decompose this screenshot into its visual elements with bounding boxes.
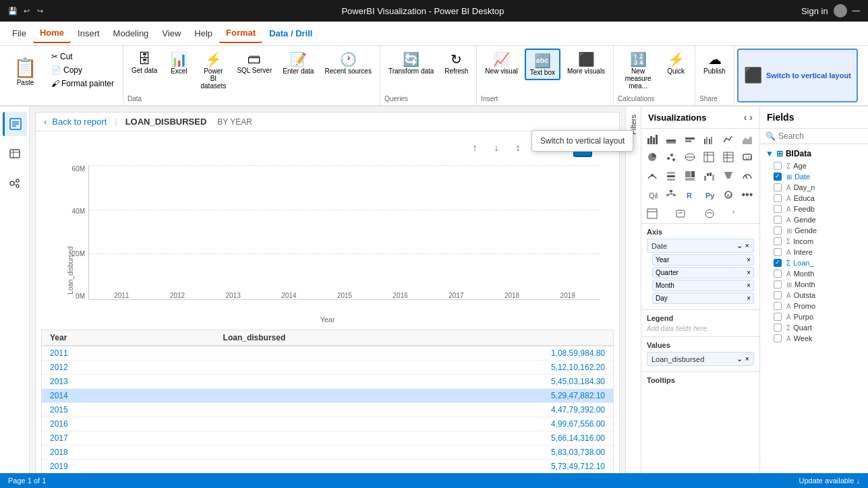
viz-icon-bar[interactable] (644, 131, 660, 148)
paste-button[interactable]: 📋 Paste (9, 51, 41, 92)
refresh-button[interactable]: ↻ Refresh (440, 49, 472, 78)
enter-data-button[interactable]: 📝 Enter data (279, 49, 318, 78)
table-row[interactable]: 2016 4,99,67,556.00 (42, 417, 613, 431)
copy-button[interactable]: 📄Copy (49, 65, 116, 75)
viz-icon-ai[interactable]: AI (720, 187, 736, 203)
quick-button[interactable]: ⚡ Quick (661, 49, 691, 78)
bar-group-2014[interactable]: 2014 (263, 289, 315, 299)
menu-home[interactable]: Home (33, 24, 71, 43)
redo-icon[interactable]: ↪ (35, 6, 45, 16)
viz-icon-gauge[interactable] (739, 168, 755, 184)
field-item-gende2[interactable]: ⊞ Gende (760, 225, 868, 236)
viz-prev-arrow[interactable]: ‹ (744, 112, 747, 123)
viz-icon-area[interactable] (739, 131, 755, 148)
table-row[interactable]: 2011 1,08,59,984.80 (42, 346, 613, 361)
format-painter-button[interactable]: 🖌Format painter (49, 78, 116, 89)
table-header-loan[interactable]: Loan_disbursed (215, 330, 613, 346)
viz-icon-card[interactable]: 123 (739, 149, 755, 165)
more-visuals-button[interactable]: ⬛ More visuals (563, 49, 609, 78)
undo-icon[interactable]: ↩ (22, 6, 31, 16)
field-item-intere[interactable]: A Intere (760, 247, 868, 257)
axis-expand-icon[interactable]: ⌄ (736, 241, 743, 250)
back-arrow-icon[interactable]: ‹ (44, 117, 47, 127)
field-item-week[interactable]: A Week (760, 333, 868, 344)
sql-server-button[interactable]: 🗃 SQL Server (233, 49, 276, 77)
menu-help[interactable]: Help (187, 24, 219, 42)
sort-asc-icon[interactable]: ↑ (465, 138, 484, 157)
viz-icon-qna[interactable]: Q&A (644, 187, 660, 203)
bar-group-2019[interactable]: 2019 (542, 289, 594, 299)
sidebar-data-icon[interactable] (3, 142, 27, 166)
viz-icon-format[interactable] (672, 206, 689, 222)
publish-button[interactable]: ☁ Publish (699, 49, 730, 78)
table-row-selected[interactable]: 2014 5,29,47,882.10 (42, 389, 613, 403)
sidebar-model-icon[interactable] (3, 171, 27, 195)
bar-group-2018[interactable]: 2018 (486, 289, 538, 299)
viz-icon-funnel[interactable] (720, 168, 736, 184)
table-row[interactable]: 2012 5,12,10,162.20 (42, 361, 613, 375)
switch-vertical-button[interactable]: ⬛ Switch to vertical layout (737, 49, 858, 102)
viz-icon-slicer[interactable] (663, 168, 679, 184)
bar-group-2016[interactable]: 2016 (374, 289, 426, 299)
search-input[interactable] (778, 131, 868, 141)
viz-next-arrow[interactable]: › (749, 112, 753, 123)
axis-subfield-quarter[interactable]: Quarter × (652, 267, 754, 278)
table-row[interactable]: 2017 5,66,14,316.00 (42, 431, 613, 446)
sort-az-icon[interactable]: ↕ (509, 138, 527, 157)
viz-icon-R[interactable]: R (682, 187, 698, 203)
field-item-educa[interactable]: A Educa (760, 193, 868, 204)
menu-view[interactable]: View (155, 24, 187, 42)
viz-icon-100bar[interactable] (682, 131, 698, 148)
table-row[interactable]: 2013 5,45,03,184.30 (42, 375, 613, 389)
viz-icon-pie[interactable] (644, 149, 660, 165)
axis-subfield-quarter-remove[interactable]: × (747, 269, 751, 276)
field-item-quart[interactable]: Σ Quart (760, 322, 868, 333)
power-bi-datasets-button[interactable]: ⚡ Power BI datasets (196, 49, 230, 92)
field-item-loan[interactable]: ✓ Σ Loan_ (760, 257, 868, 268)
new-measure-button[interactable]: 🔢 New measure mea... (618, 49, 658, 92)
field-item-feedb[interactable]: A Feedb (760, 204, 868, 214)
sidebar-report-icon[interactable] (3, 112, 27, 136)
axis-subfield-month-remove[interactable]: × (747, 282, 751, 289)
table-row[interactable]: 2019 5,73,49,712.10 (42, 460, 613, 474)
values-loan-field[interactable]: Loan_disbursed ⌄ × (647, 352, 754, 366)
menu-file[interactable]: File (5, 24, 33, 42)
viz-icon-analytics[interactable] (701, 206, 718, 222)
bar-group-2015[interactable]: 2015 (319, 289, 371, 299)
viz-icon-waterfall[interactable] (701, 168, 717, 184)
viz-icon-matrix[interactable] (720, 149, 736, 165)
menu-insert[interactable]: Insert (71, 24, 107, 42)
bar-group-2013[interactable]: 2013 (207, 289, 259, 299)
field-item-incom[interactable]: Σ Incom (760, 236, 868, 247)
values-expand-icon[interactable]: ⌄ (736, 355, 743, 363)
transform-data-button[interactable]: 🔄 Transform data (384, 49, 438, 78)
axis-remove-icon[interactable]: × (745, 241, 749, 250)
back-report-link[interactable]: Back to report (52, 117, 107, 127)
table-header-year[interactable]: Year (42, 330, 215, 346)
viz-icon-decomp[interactable] (663, 187, 679, 203)
excel-button[interactable]: 📊 Excel (164, 49, 194, 78)
field-item-gende1[interactable]: A Gende (760, 214, 868, 225)
sort-desc-icon[interactable]: ↓ (487, 138, 506, 157)
menu-data-drill[interactable]: Data / Drill (262, 24, 319, 42)
viz-icon-stacked-bar[interactable] (663, 131, 679, 148)
text-box-button[interactable]: 🔤 Text box (525, 49, 560, 80)
field-item-promo[interactable]: A Promo (760, 301, 868, 311)
field-item-month2[interactable]: ⊞ Month (760, 279, 868, 290)
field-item-outsta[interactable]: A Outsta (760, 290, 868, 301)
axis-date-field[interactable]: Date ⌄ × (647, 239, 754, 253)
field-item-age[interactable]: Σ Age (760, 160, 868, 171)
viz-icon-map[interactable] (682, 149, 698, 165)
cut-button[interactable]: ✂Cut (49, 51, 116, 62)
viz-icon-python[interactable]: Py (701, 187, 717, 203)
expand-fields-icon[interactable]: › (730, 206, 757, 222)
menu-format[interactable]: Format (219, 24, 262, 43)
save-icon[interactable]: 💾 (8, 6, 18, 16)
field-item-day[interactable]: A Day_n (760, 182, 868, 193)
axis-subfield-month[interactable]: Month × (652, 280, 754, 291)
bar-group-2011[interactable]: 2011 (96, 289, 148, 299)
sign-in-label[interactable]: Sign in (801, 6, 828, 16)
bar-group-2012[interactable]: 2012 (152, 289, 204, 299)
table-row[interactable]: 2018 5,83,03,738.00 (42, 446, 613, 460)
viz-icon-clustered[interactable] (701, 131, 717, 148)
